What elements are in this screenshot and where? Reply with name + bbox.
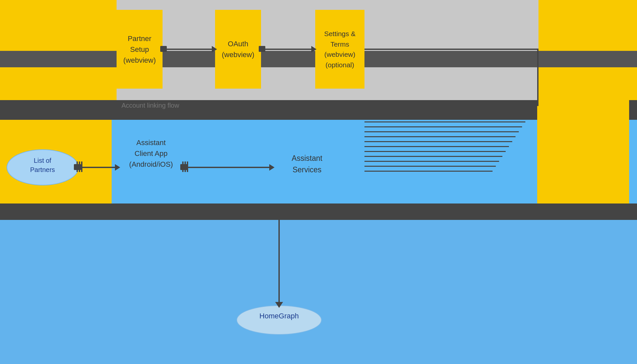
oauth-label: OAuth (webview): [222, 38, 254, 60]
comb-4: [364, 126, 522, 127]
settings-label: Settings & Terms (webview) (optional): [324, 29, 356, 70]
assistant-client-label: Assistant Client App (Android/iOS): [117, 137, 186, 170]
comb-13: [364, 171, 493, 172]
diagram-container: Partner Cloud Services Partner Setup (we…: [0, 0, 637, 364]
comb-3: [364, 121, 525, 122]
top-section-label: Account linking flow: [121, 102, 179, 109]
connector-plug-1: [160, 46, 167, 52]
arrow-client-to-services: [186, 167, 271, 168]
dark-band-bot: [0, 203, 637, 220]
oauth-box: OAuth (webview): [215, 10, 261, 89]
partner-cloud-box: Partner Cloud Services: [537, 94, 629, 203]
arrowhead-homegraph: [275, 302, 283, 308]
arrow-settings-h: [364, 49, 538, 50]
comb-1: [364, 112, 532, 113]
arrowhead-setup-oauth: [212, 46, 217, 53]
comb-9: [364, 151, 506, 152]
arrow-settings-v: [537, 49, 538, 106]
comb-left-2: [79, 161, 80, 172]
arrow-oauth-to-settings: [261, 49, 314, 50]
partner-setup-box: Partner Setup (webview): [117, 10, 163, 89]
blue-bottom: [0, 220, 637, 364]
comb-11: [364, 161, 499, 162]
comb-12: [364, 166, 496, 167]
arrowhead-oauth-settings: [311, 46, 317, 53]
list-of-partners-label: List of Partners: [7, 156, 78, 174]
assistant-services-label: Assistant Services: [269, 153, 345, 175]
comb-7: [364, 141, 512, 142]
arrow-to-homegraph: [278, 208, 280, 305]
comb-5: [364, 131, 519, 132]
settings-box: Settings & Terms (webview) (optional): [315, 10, 364, 89]
connector-plug-2: [259, 46, 265, 52]
comb-left-3: [81, 161, 82, 172]
homegraph-label: HomeGraph: [236, 312, 322, 320]
comb-mid-3: [187, 161, 188, 172]
comb-6: [364, 136, 516, 137]
comb-10: [364, 156, 502, 157]
arrow-partners-to-client: [79, 167, 117, 168]
comb-2: [364, 117, 529, 118]
partner-setup-label: Partner Setup (webview): [123, 33, 156, 66]
arrow-setup-to-oauth: [163, 49, 213, 50]
comb-8: [364, 146, 509, 147]
